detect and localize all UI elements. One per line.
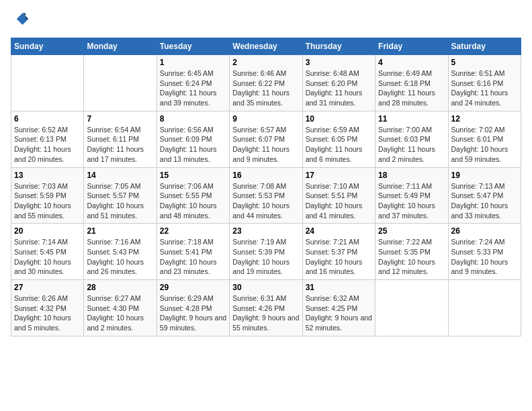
day-number: 5 [451, 58, 518, 67]
calendar-cell: 7Sunrise: 6:54 AM Sunset: 6:11 PM Daylig… [84, 111, 157, 167]
day-number: 7 [87, 114, 153, 124]
day-number: 10 [306, 114, 372, 124]
calendar-week-4: 20Sunrise: 7:14 AM Sunset: 5:45 PM Dayli… [11, 224, 521, 280]
calendar-body: 1Sunrise: 6:45 AM Sunset: 6:24 PM Daylig… [11, 55, 521, 336]
day-number: 1 [160, 58, 226, 67]
day-detail: Sunrise: 7:11 AM Sunset: 5:49 PM Dayligh… [378, 181, 445, 221]
day-detail: Sunrise: 6:26 AM Sunset: 4:32 PM Dayligh… [14, 293, 81, 333]
weekday-header-tuesday: Tuesday [157, 38, 229, 55]
day-number: 9 [232, 114, 299, 124]
calendar-cell: 12Sunrise: 7:02 AM Sunset: 6:01 PM Dayli… [448, 111, 521, 167]
day-detail: Sunrise: 7:18 AM Sunset: 5:41 PM Dayligh… [160, 237, 226, 277]
day-number: 11 [378, 114, 445, 124]
calendar-cell: 18Sunrise: 7:11 AM Sunset: 5:49 PM Dayli… [375, 167, 448, 224]
day-number: 17 [306, 171, 372, 180]
day-detail: Sunrise: 6:49 AM Sunset: 6:18 PM Dayligh… [378, 68, 445, 108]
day-number: 12 [451, 114, 518, 124]
day-number: 22 [160, 226, 226, 236]
calendar-cell: 11Sunrise: 7:00 AM Sunset: 6:03 PM Dayli… [375, 111, 448, 167]
day-number: 8 [160, 114, 226, 124]
calendar-cell [11, 55, 84, 111]
day-detail: Sunrise: 6:52 AM Sunset: 6:13 PM Dayligh… [14, 125, 81, 165]
page-header [11, 11, 521, 30]
day-detail: Sunrise: 7:00 AM Sunset: 6:03 PM Dayligh… [378, 125, 445, 165]
day-number: 18 [378, 171, 445, 180]
day-number: 23 [232, 226, 299, 236]
day-detail: Sunrise: 7:05 AM Sunset: 5:57 PM Dayligh… [87, 181, 153, 221]
weekday-header-wednesday: Wednesday [230, 38, 302, 55]
calendar-cell: 13Sunrise: 7:03 AM Sunset: 5:59 PM Dayli… [11, 167, 84, 224]
calendar-cell [375, 280, 448, 336]
calendar-cell [84, 55, 157, 111]
calendar-week-2: 6Sunrise: 6:52 AM Sunset: 6:13 PM Daylig… [11, 111, 521, 167]
day-detail: Sunrise: 7:08 AM Sunset: 5:53 PM Dayligh… [232, 181, 299, 221]
logo-icon [11, 11, 30, 30]
calendar-cell: 22Sunrise: 7:18 AM Sunset: 5:41 PM Dayli… [157, 224, 229, 280]
day-number: 15 [160, 171, 226, 180]
day-number: 27 [14, 283, 81, 292]
day-number: 25 [378, 226, 445, 236]
day-number: 14 [87, 171, 153, 180]
day-number: 31 [306, 283, 372, 292]
calendar-cell: 25Sunrise: 7:22 AM Sunset: 5:35 PM Dayli… [375, 224, 448, 280]
day-detail: Sunrise: 6:51 AM Sunset: 6:16 PM Dayligh… [451, 68, 518, 108]
day-number: 26 [451, 226, 518, 236]
day-number: 19 [451, 171, 518, 180]
day-number: 24 [306, 226, 372, 236]
day-detail: Sunrise: 7:10 AM Sunset: 5:51 PM Dayligh… [306, 181, 372, 221]
calendar-table: SundayMondayTuesdayWednesdayThursdayFrid… [11, 38, 521, 336]
day-detail: Sunrise: 7:06 AM Sunset: 5:55 PM Dayligh… [160, 181, 226, 221]
calendar-cell: 9Sunrise: 6:57 AM Sunset: 6:07 PM Daylig… [230, 111, 302, 167]
day-detail: Sunrise: 7:03 AM Sunset: 5:59 PM Dayligh… [14, 181, 81, 221]
calendar-cell: 20Sunrise: 7:14 AM Sunset: 5:45 PM Dayli… [11, 224, 84, 280]
calendar-cell: 30Sunrise: 6:31 AM Sunset: 4:26 PM Dayli… [230, 280, 302, 336]
day-detail: Sunrise: 6:57 AM Sunset: 6:07 PM Dayligh… [232, 125, 299, 165]
day-detail: Sunrise: 6:32 AM Sunset: 4:25 PM Dayligh… [306, 293, 372, 333]
logo [11, 11, 31, 30]
weekday-header-thursday: Thursday [302, 38, 375, 55]
calendar-cell: 29Sunrise: 6:29 AM Sunset: 4:28 PM Dayli… [157, 280, 229, 336]
day-number: 21 [87, 226, 153, 236]
day-detail: Sunrise: 6:45 AM Sunset: 6:24 PM Dayligh… [160, 68, 226, 108]
day-number: 28 [87, 283, 153, 292]
calendar-cell: 4Sunrise: 6:49 AM Sunset: 6:18 PM Daylig… [375, 55, 448, 111]
day-detail: Sunrise: 6:48 AM Sunset: 6:20 PM Dayligh… [306, 68, 372, 108]
day-number: 29 [160, 283, 226, 292]
day-number: 16 [232, 171, 299, 180]
calendar-week-3: 13Sunrise: 7:03 AM Sunset: 5:59 PM Dayli… [11, 167, 521, 224]
day-number: 6 [14, 114, 81, 124]
calendar-header: SundayMondayTuesdayWednesdayThursdayFrid… [11, 38, 521, 55]
day-detail: Sunrise: 6:27 AM Sunset: 4:30 PM Dayligh… [87, 293, 153, 333]
day-number: 30 [232, 283, 299, 292]
calendar-cell: 5Sunrise: 6:51 AM Sunset: 6:16 PM Daylig… [448, 55, 521, 111]
day-detail: Sunrise: 6:31 AM Sunset: 4:26 PM Dayligh… [232, 293, 299, 333]
calendar-cell: 23Sunrise: 7:19 AM Sunset: 5:39 PM Dayli… [230, 224, 302, 280]
calendar-cell: 31Sunrise: 6:32 AM Sunset: 4:25 PM Dayli… [302, 280, 375, 336]
day-detail: Sunrise: 7:21 AM Sunset: 5:37 PM Dayligh… [306, 237, 372, 277]
calendar-cell: 27Sunrise: 6:26 AM Sunset: 4:32 PM Dayli… [11, 280, 84, 336]
day-detail: Sunrise: 7:24 AM Sunset: 5:33 PM Dayligh… [451, 237, 518, 277]
weekday-header-saturday: Saturday [448, 38, 521, 55]
day-detail: Sunrise: 7:19 AM Sunset: 5:39 PM Dayligh… [232, 237, 299, 277]
day-detail: Sunrise: 6:29 AM Sunset: 4:28 PM Dayligh… [160, 293, 226, 333]
day-detail: Sunrise: 6:59 AM Sunset: 6:05 PM Dayligh… [306, 125, 372, 165]
calendar-cell: 14Sunrise: 7:05 AM Sunset: 5:57 PM Dayli… [84, 167, 157, 224]
day-detail: Sunrise: 7:02 AM Sunset: 6:01 PM Dayligh… [451, 125, 518, 165]
weekday-header-row: SundayMondayTuesdayWednesdayThursdayFrid… [11, 38, 521, 55]
day-number: 2 [232, 58, 299, 67]
calendar-cell: 2Sunrise: 6:46 AM Sunset: 6:22 PM Daylig… [230, 55, 302, 111]
day-number: 4 [378, 58, 445, 67]
day-detail: Sunrise: 7:13 AM Sunset: 5:47 PM Dayligh… [451, 181, 518, 221]
calendar-cell: 3Sunrise: 6:48 AM Sunset: 6:20 PM Daylig… [302, 55, 375, 111]
calendar-cell: 19Sunrise: 7:13 AM Sunset: 5:47 PM Dayli… [448, 167, 521, 224]
day-number: 13 [14, 171, 81, 180]
calendar-cell: 15Sunrise: 7:06 AM Sunset: 5:55 PM Dayli… [157, 167, 229, 224]
calendar-cell: 1Sunrise: 6:45 AM Sunset: 6:24 PM Daylig… [157, 55, 229, 111]
day-detail: Sunrise: 7:16 AM Sunset: 5:43 PM Dayligh… [87, 237, 153, 277]
calendar-cell: 26Sunrise: 7:24 AM Sunset: 5:33 PM Dayli… [448, 224, 521, 280]
weekday-header-friday: Friday [375, 38, 448, 55]
calendar-cell [448, 280, 521, 336]
calendar-cell: 24Sunrise: 7:21 AM Sunset: 5:37 PM Dayli… [302, 224, 375, 280]
day-detail: Sunrise: 6:56 AM Sunset: 6:09 PM Dayligh… [160, 125, 226, 165]
calendar-cell: 17Sunrise: 7:10 AM Sunset: 5:51 PM Dayli… [302, 167, 375, 224]
